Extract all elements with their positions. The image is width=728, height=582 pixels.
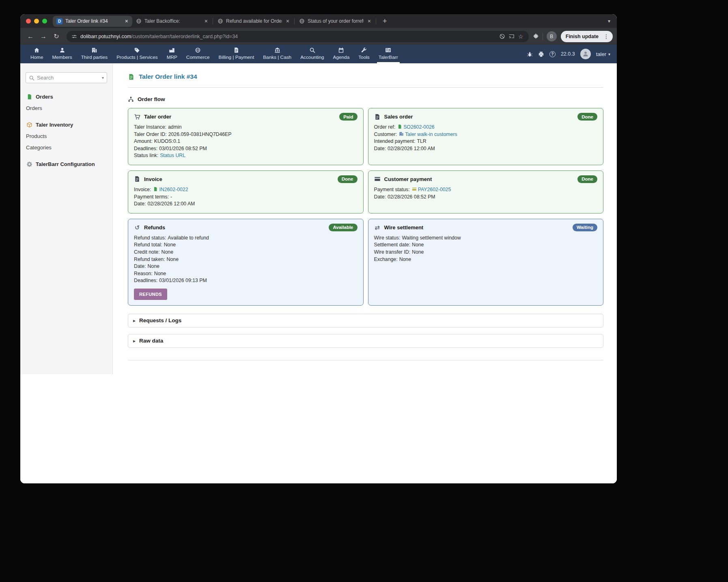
card-title: Invoice	[144, 176, 162, 182]
menu-item-third-parties[interactable]: Third parties	[77, 45, 112, 63]
card-taler-order: Taler orderPaidTaler Instance:adminTaler…	[128, 108, 364, 165]
card-refunds: ↺RefundsAvailableRefund status:Available…	[128, 219, 364, 306]
card-line: Refund total:None	[134, 241, 358, 249]
cards-grid: Taler orderPaidTaler Instance:adminTaler…	[128, 108, 603, 306]
line-value: -	[170, 194, 172, 200]
user-chevron-icon: ▾	[608, 52, 610, 56]
line-value: 03/01/2026 08:52 PM	[159, 146, 207, 151]
menu-module-icon	[385, 47, 391, 53]
line-value: None	[412, 249, 424, 255]
site-settings-icon[interactable]	[71, 34, 77, 39]
card-line: Status link:Status URL	[134, 152, 358, 160]
menu-item-commerce[interactable]: Commerce	[182, 45, 214, 63]
menu-item-label: Members	[52, 54, 72, 60]
menu-item-tools[interactable]: Tools	[354, 45, 374, 63]
menu-item-members[interactable]: Members	[47, 45, 76, 63]
card-line: Wire status:Waiting settlement window	[374, 235, 598, 242]
menu-item-home[interactable]: Home	[26, 45, 47, 63]
minimize-window-button[interactable]	[34, 19, 39, 24]
card-title: Customer payment	[384, 176, 432, 182]
print-icon[interactable]	[538, 51, 544, 57]
cast-icon[interactable]	[508, 33, 515, 39]
menu-item-label: MRP	[167, 54, 177, 60]
line-label: Credit note:	[134, 249, 160, 255]
browser-menu-icon[interactable]: ⋮	[602, 33, 610, 40]
tab-close-icon[interactable]: ×	[285, 18, 291, 24]
address-bar[interactable]: dolibarr.potuzhnyi.com/custom/talerbarr/…	[67, 31, 529, 42]
line-link-so2602-0026[interactable]: SO2602-0026	[403, 124, 435, 130]
card-line: Refund status:Available to refund	[134, 235, 358, 242]
menu-item-agenda[interactable]: Agenda	[329, 45, 354, 63]
card-sales-order: Sales orderDoneOrder ref:SO2602-0026Cust…	[368, 108, 604, 165]
browser-tab-taler-order-link-34[interactable]: DTaler Order link #34×	[53, 16, 132, 27]
menu-item-billing-payment[interactable]: Billing | Payment	[214, 45, 259, 63]
order-flow-title: Order flow	[138, 96, 165, 102]
card-line: Date:02/28/2026 08:52 PM	[374, 194, 598, 201]
section-raw-data[interactable]: ▸Raw data	[128, 334, 603, 348]
order-flow-header: Order flow	[128, 96, 603, 102]
tab-close-icon[interactable]: ×	[366, 18, 372, 24]
line-label: Date:	[374, 194, 386, 200]
sidebar-box-icon	[26, 122, 32, 128]
sidebar-item-categories[interactable]: Categories	[26, 144, 107, 151]
refunds-button[interactable]: REFUNDS	[134, 289, 167, 300]
bug-report-icon[interactable]	[527, 51, 533, 57]
menu-calendar-icon	[338, 47, 344, 53]
menu-item-talerbarr[interactable]: TalerBarr	[374, 45, 403, 63]
search-input[interactable]	[37, 75, 99, 81]
line-value: None	[154, 271, 166, 276]
line-link-status-url[interactable]: Status URL	[160, 153, 185, 158]
browser-tab-status-of-your-order-forrefund[interactable]: Status of your order forrefund×	[295, 16, 375, 27]
sidebar-group-taler-inventory[interactable]: Taler Inventory	[26, 122, 107, 128]
maximize-window-button[interactable]	[42, 19, 47, 24]
sidebar-item-products[interactable]: Products	[26, 133, 107, 139]
collapse-label: Raw data	[139, 338, 163, 344]
line-link-pay2602-0025[interactable]: PAY2602-0025	[418, 187, 451, 192]
menu-item-accounting[interactable]: Accounting	[296, 45, 328, 63]
tab-favicon-globe-icon	[299, 18, 305, 24]
line-link-in2602-0022[interactable]: IN2602-0022	[159, 187, 188, 192]
help-icon[interactable]: ?	[549, 51, 556, 57]
status-badge-paid: Paid	[339, 113, 357, 121]
extensions-puzzle-icon[interactable]	[533, 33, 539, 39]
browser-tab-refund-available-for-order-to[interactable]: Refund available for Order to×	[214, 16, 293, 27]
sidebar-search[interactable]: ▾	[26, 72, 107, 83]
new-tab-button[interactable]: +	[381, 17, 389, 26]
forward-button[interactable]: →	[37, 31, 50, 42]
line-value: 02/28/2026 08:52 PM	[388, 194, 435, 200]
sidebar-item-orders[interactable]: Orders	[26, 105, 107, 111]
menu-item-banks-cash[interactable]: Banks | Cash	[258, 45, 296, 63]
user-avatar[interactable]	[580, 49, 591, 59]
finish-update-button[interactable]: Finish update⋮	[561, 31, 613, 42]
card-title: Sales order	[384, 114, 413, 120]
close-window-button[interactable]	[26, 19, 31, 24]
profile-avatar[interactable]: B	[547, 31, 557, 41]
sidebar-file-icon	[26, 94, 32, 100]
sidebar-group-orders[interactable]: Orders	[26, 94, 107, 100]
tab-close-icon[interactable]: ×	[124, 18, 129, 24]
dolibarr-menu: HomeMembersThird partiesProducts | Servi…	[20, 45, 403, 63]
line-link-taler-walk-in-customers[interactable]: Taler walk-in customers	[405, 131, 457, 137]
browser-tab-taler-backoffice[interactable]: Taler Backoffice:×	[132, 16, 212, 27]
link-card-icon	[412, 187, 417, 192]
line-label: Date:	[134, 263, 146, 269]
collapse-caret-icon: ▸	[133, 338, 136, 344]
title-divider	[128, 87, 603, 88]
bookmark-star-icon[interactable]: ☆	[518, 33, 524, 39]
menu-item-label: Third parties	[81, 54, 108, 60]
card-cart-icon	[134, 114, 140, 120]
reload-button[interactable]: ↻	[50, 31, 62, 42]
tab-search-icon[interactable]: ▾	[605, 17, 613, 25]
user-menu[interactable]: taler▾	[596, 51, 610, 57]
section-requests-logs[interactable]: ▸Requests / Logs	[128, 314, 603, 328]
tab-close-icon[interactable]: ×	[203, 18, 209, 24]
search-caret-icon[interactable]: ▾	[102, 75, 104, 80]
sidebar-gear-icon	[26, 161, 32, 167]
back-button[interactable]: ←	[24, 31, 37, 42]
vpn-off-icon[interactable]	[499, 33, 505, 39]
menu-item-mrp[interactable]: MRP	[162, 45, 182, 63]
menu-item-products-services[interactable]: Products | Services	[112, 45, 162, 63]
line-label: Wire transfer ID:	[374, 249, 411, 255]
sidebar-group-talerbarr-configuration[interactable]: TalerBarr Configuration	[26, 161, 107, 167]
bottom-divider	[128, 360, 603, 360]
